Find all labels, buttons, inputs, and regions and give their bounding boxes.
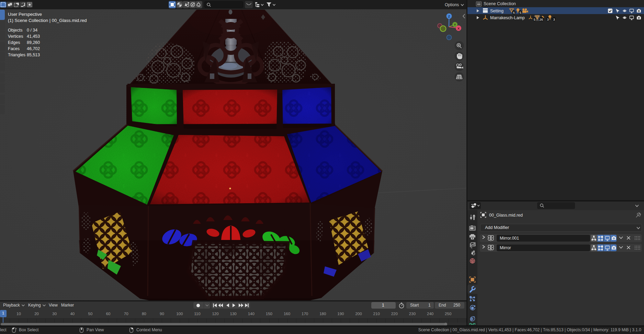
svg-text:X: X xyxy=(457,26,460,30)
svg-text:Z: Z xyxy=(448,14,450,18)
svg-text:Y: Y xyxy=(454,23,456,26)
